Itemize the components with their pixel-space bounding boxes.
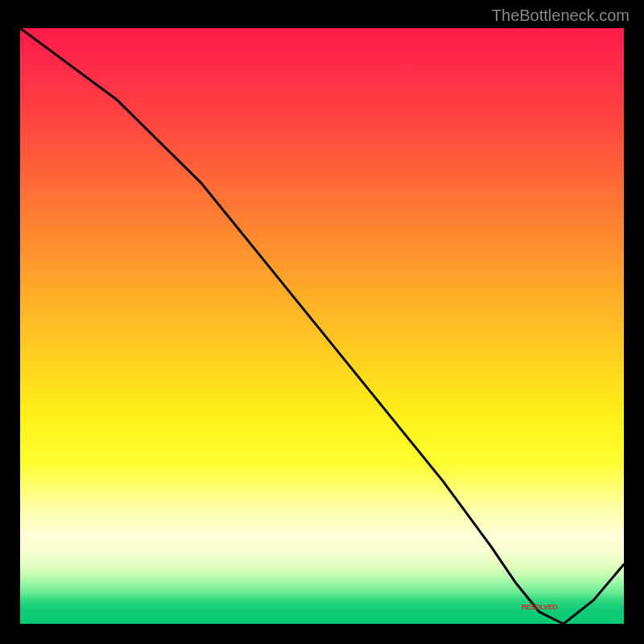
attribution-text: TheBottleneck.com: [492, 6, 630, 25]
optimum-marker-label: RESOLVED: [522, 603, 558, 611]
chart-svg: [20, 28, 624, 624]
bottleneck-curve: [20, 28, 624, 624]
plot-area: RESOLVED: [20, 28, 624, 624]
